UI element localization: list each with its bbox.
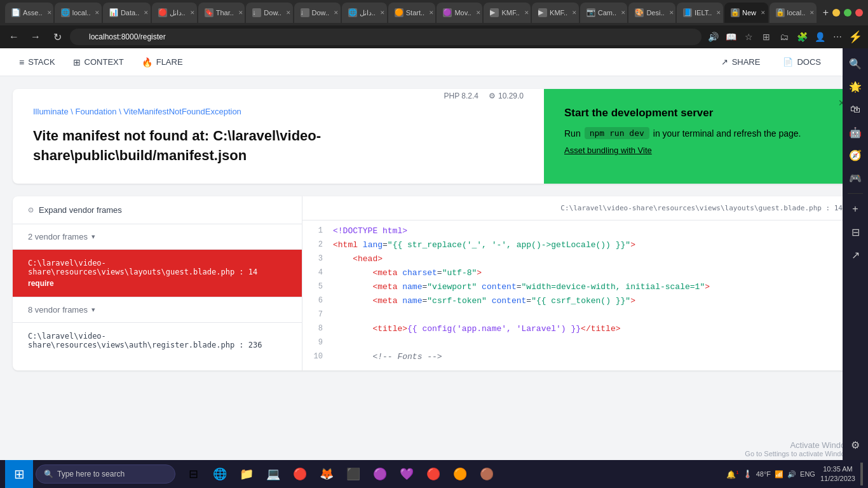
address-input[interactable] [70,29,702,45]
vendor-frames-bottom[interactable]: 8 vendor frames ▾ [13,297,302,322]
auth-frame[interactable]: C:\laravel\video-share\resources\views\a… [13,322,302,358]
docs-button[interactable]: 📄 DOCS [774,52,830,72]
code-area: 1 <!DOCTYPE html> 2 <html lang="{{ str_r… [302,220,855,370]
taskbar-task-view[interactable]: ⊟ [180,461,206,487]
start-button[interactable]: ⊞ [5,460,33,488]
taskbar-terminal[interactable]: ⬛ [341,461,366,487]
sidebar-discover-btn[interactable]: 🧭 [845,145,865,165]
vendor-frames-top: 2 vendor frames ▾ [13,224,302,250]
tab-dow1[interactable]: ↓Dow..✕ [246,3,292,23]
tab-local1[interactable]: 🌐local..✕ [55,3,102,23]
tab-asset[interactable]: 📄Asse..✕ [5,3,53,23]
taskbar-apps: ⊟ 🌐 📁 💻 🔴 🦊 ⬛ 🟣 💜 🔴 🟠 🟤 [180,461,499,487]
stack-icon: ≡ [19,57,24,67]
stack-left: ⊙ Expand vendor frames 2 vendor frames ▾… [13,196,302,370]
dev-server-panel: × Start the development server Run npm r… [544,89,855,184]
profile-icon[interactable]: 👤 [812,29,827,44]
expand-vendor-label: Expand vendor frames [39,205,122,215]
active-frame[interactable]: C:\laravel\video-share\resources\views\l… [13,250,302,297]
tab-kmf2[interactable]: ▶KMF..✕ [532,3,579,23]
taskbar-search-icon: 🔍 [44,470,53,478]
sidebar-external-btn[interactable]: ↗ [845,245,865,265]
taskbar-app9[interactable]: 🔴 [421,461,446,487]
extensions-icon[interactable]: 🧩 [794,29,810,44]
read-aloud-icon[interactable]: 🔊 [705,29,721,44]
code-line-7: 7 [302,309,855,323]
taskbar-app8[interactable]: 💜 [394,461,419,487]
sidebar-search-btn[interactable]: 🔍 [845,53,865,74]
maximize-button[interactable] [844,9,851,17]
stack-button[interactable]: ≡ STACK [10,52,64,72]
code-file-path: C:\laravel\video-share\resources\views\l… [302,196,855,220]
share-button[interactable]: ↗ SHARE [712,52,770,72]
taskbar-search[interactable]: 🔍 Type here to search [36,464,175,484]
taskbar-edge[interactable]: 🌐 [207,461,233,487]
taskbar-firefox[interactable]: 🦊 [314,461,339,487]
notification-icon[interactable]: 🔔1 [726,470,738,479]
expand-vendor-header[interactable]: ⊙ Expand vendor frames [13,196,302,224]
code-line-4: 4 <meta charset="utf-8"> [302,268,855,281]
network-icon[interactable]: 📶 [775,470,783,478]
tab-desi[interactable]: 🎨Desi..✕ [628,3,675,23]
browser-chrome: 📄Asse..✕ 🌐local..✕ 📊Data..✕ 🔴دانل..✕ 🔖Th… [0,0,868,25]
tab-dow2[interactable]: ↓Dow..✕ [294,3,341,23]
tab-danl1[interactable]: 🔴دانل..✕ [152,3,197,23]
taskbar-mail[interactable]: 🔴 [287,461,313,487]
taskbar-files[interactable]: 📁 [234,461,259,487]
immersive-reader-icon[interactable]: 📖 [723,29,738,44]
flare-button[interactable]: 🔥 FLARE [133,52,192,72]
flare-icon: 🔥 [142,57,153,67]
volume-icon[interactable]: 🔊 [787,470,796,478]
tab-ielt[interactable]: 📘IELT..✕ [677,3,723,23]
taskbar-time[interactable]: 10:35 AM 11/23/2023 [820,464,855,484]
refresh-button[interactable]: ↻ [48,28,66,46]
sidebar-divider [848,193,863,194]
tab-mov[interactable]: 🟣Mov..✕ [437,3,482,23]
taskbar-right: 🔔1 🌡️ 48°F 📶 🔊 ENG 10:35 AM 11/23/2023 [726,463,863,485]
context-icon: ⊞ [73,57,81,67]
tab-start[interactable]: 🟠Start..✕ [388,3,436,23]
temperature-icon: 🌡️ [743,470,752,478]
new-tab-button[interactable]: + [823,7,829,18]
back-button[interactable]: ← [5,28,23,46]
active-frame-path: C:\laravel\video-share\resources\views\l… [28,259,287,276]
main-content: Illuminate \ Foundation \ ViteManifestNo… [0,76,868,460]
vite-link[interactable]: Asset bundling with Vite [564,146,835,155]
favorite-icon[interactable]: ☆ [741,29,756,44]
sidebar-favorites-btn[interactable]: 🌟 [845,76,865,97]
sidebar-settings-btn[interactable]: ⚙ [845,435,865,455]
npm-command: npm run dev [585,127,649,139]
taskbar-app11[interactable]: 🟤 [474,461,499,487]
tab-cam[interactable]: 📷Cam..✕ [580,3,628,23]
sidebar-layout-btn[interactable]: ⊟ [845,222,865,242]
split-view-icon[interactable]: ⊞ [759,29,774,44]
taskbar-app10[interactable]: 🟠 [447,461,473,487]
forward-button[interactable]: → [27,28,44,46]
sidebar-games-btn[interactable]: 🎮 [845,168,865,188]
toolbar-right: ↗ SHARE 📄 DOCS ⚙ [712,51,858,74]
dev-server-desc: Run npm run dev in your terminal and ref… [564,127,835,139]
error-card-left: Illuminate \ Foundation \ ViteManifestNo… [13,89,544,184]
context-button[interactable]: ⊞ CONTEXT [64,52,133,72]
sidebar-add-btn[interactable]: + [845,199,865,219]
vendor-frames-top-toggle[interactable]: 2 vendor frames ▾ [13,224,302,249]
more-options-icon[interactable]: ⋯ [830,29,845,44]
collections-icon[interactable]: 🗂 [776,29,792,44]
ignition-icon: ⚙ [489,92,496,100]
taskbar-app7[interactable]: 🟣 [367,461,393,487]
code-line-1: 1 <!DOCTYPE html> [302,226,855,240]
active-frame-method: require [28,279,287,288]
sidebar-copilot-btn[interactable]: 🤖 [845,122,865,142]
minimize-button[interactable] [832,9,840,17]
tab-local2[interactable]: 🔒local..✕ [770,3,817,23]
exception-path: Illuminate \ Foundation \ ViteManifestNo… [33,107,241,116]
sidebar-shopping-btn[interactable]: 🛍 [845,99,865,119]
taskbar-store[interactable]: 💻 [261,461,286,487]
tab-danl2[interactable]: 🌐دانل..✕ [342,3,387,23]
tab-new-active[interactable]: 🔒New✕ [724,3,768,23]
close-button[interactable] [855,9,863,17]
tab-data[interactable]: 📊Data..✕ [103,3,151,23]
show-desktop-btn[interactable] [860,463,863,485]
tab-thar[interactable]: 🔖Thar..✕ [198,3,245,23]
tab-kmf1[interactable]: ▶KMF..✕ [484,3,531,23]
